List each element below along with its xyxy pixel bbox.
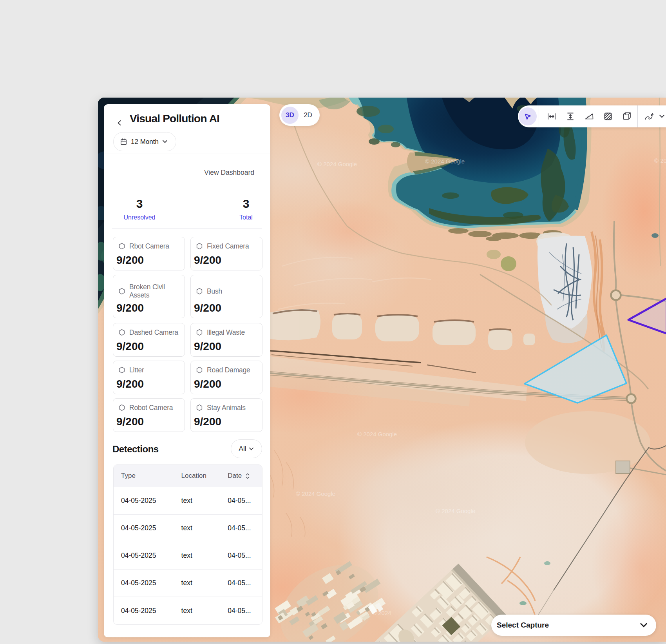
- svg-text:© 2024 Google: © 2024 Google: [296, 490, 335, 497]
- svg-text:© 2024 Google: © 2024 Google: [357, 431, 397, 437]
- svg-text:© 2024: © 2024: [372, 610, 391, 616]
- svg-text:© 2024 Google: © 2024 Google: [317, 161, 357, 167]
- svg-text:© 2024 Google: © 2024 Google: [425, 158, 465, 165]
- svg-text:© 2024 Google: © 2024 Google: [436, 508, 475, 514]
